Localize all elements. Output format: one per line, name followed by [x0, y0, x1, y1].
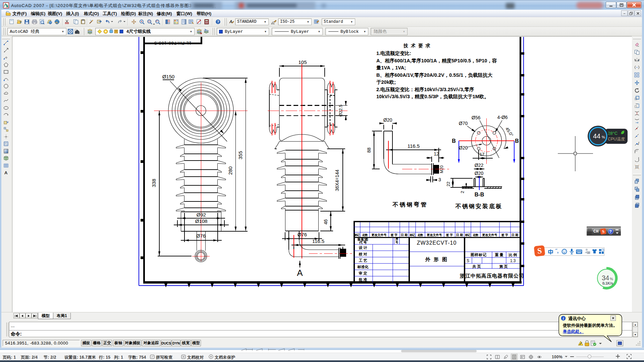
svg-text:签 字: 签 字	[390, 233, 398, 237]
svg-text:4-Ø6: 4-Ø6	[497, 115, 507, 120]
svg-text:重 量: 重 量	[494, 253, 503, 257]
svg-text:技 术 要 求: 技 术 要 求	[403, 43, 431, 48]
svg-text:2: 2	[460, 191, 465, 193]
svg-text:0.1K/s: 0.1K/s	[602, 281, 613, 285]
svg-text:日 期: 日 期	[401, 233, 408, 237]
svg-text:36X4=144: 36X4=144	[334, 170, 340, 191]
svg-text:不锈钢安装底板: 不锈钢安装底板	[455, 203, 502, 209]
svg-text:图样标记: 图样标记	[471, 253, 487, 257]
svg-text:标记: 标记	[410, 233, 416, 237]
svg-text:Ø76: Ø76	[298, 232, 307, 237]
svg-text:116.5: 116.5	[408, 143, 420, 149]
svg-text:2.电压额定变比：相序10kV/√3/3.25V/√3,零序: 2.电压额定变比：相序10kV/√3/3.25V/√3,零序	[376, 87, 474, 92]
svg-text:签 字: 签 字	[446, 233, 453, 237]
svg-text:ZW32ECVT-10: ZW32ECVT-10	[417, 240, 457, 246]
svg-text:批 准: 批 准	[358, 278, 367, 282]
svg-text:更改文件号: 更改文件号	[482, 233, 497, 237]
svg-text:45.0°: 45.0°	[504, 126, 515, 138]
svg-text:比 例: 比 例	[508, 253, 517, 257]
svg-text:338: 338	[151, 179, 157, 187]
svg-text:不锈钢弯管: 不锈钢弯管	[392, 201, 428, 208]
svg-text:共 页: 共 页	[472, 264, 481, 269]
svg-text:A: A	[229, 19, 232, 24]
svg-text:A、相序600/1A,零序100/1A，精度5P10/0.5: A、相序600/1A,零序100/1A，精度5P10/0.5，5P10，容	[376, 58, 497, 63]
svg-text:号: 号	[395, 241, 398, 244]
svg-text:%: %	[610, 277, 613, 281]
svg-text:Ø20: Ø20	[459, 145, 468, 150]
svg-text:更改文件号: 更改文件号	[427, 233, 442, 237]
svg-text:280: 280	[227, 166, 233, 175]
svg-text:1.电流额定变比:: 1.电流额定变比:	[376, 51, 411, 56]
svg-text:Ø70: Ø70	[459, 121, 468, 126]
svg-text:17: 17	[480, 152, 484, 157]
svg-text:116.5: 116.5	[312, 238, 324, 244]
svg-text:10kV/√3/6.5V/3，精度0.5/3P，负载阻抗大于: 10kV/√3/6.5V/3，精度0.5/3P，负载阻抗大于1M欧。	[376, 94, 489, 99]
svg-text:审 定: 审 定	[359, 271, 367, 275]
svg-text:更改文件号: 更改文件号	[372, 233, 387, 237]
svg-text:代 号: 代 号	[359, 241, 367, 244]
svg-text:B: B	[515, 138, 519, 144]
svg-text:B-B: B-B	[475, 192, 484, 197]
svg-text:量1VA，1VA;: 量1VA，1VA;	[376, 65, 406, 70]
svg-text:%: %	[602, 135, 605, 139]
svg-text:处数: 处数	[418, 233, 424, 237]
svg-text:Ø20: Ø20	[383, 117, 392, 123]
svg-text:A: A	[4, 170, 8, 175]
svg-text:46: 46	[323, 219, 328, 225]
svg-text:12: 12	[434, 151, 439, 157]
svg-text:Ø76: Ø76	[196, 233, 206, 239]
svg-text:Ø108: Ø108	[195, 218, 208, 224]
svg-text:标记: 标记	[465, 233, 471, 237]
svg-text:标记: 标记	[354, 233, 360, 237]
svg-text:设 计: 设 计	[359, 246, 367, 250]
svg-text:22: 22	[446, 182, 451, 186]
svg-text:34: 34	[602, 274, 609, 282]
svg-text:?: ?	[217, 20, 219, 24]
svg-text:标准化: 标准化	[357, 265, 369, 269]
svg-text:工 艺: 工 艺	[359, 258, 367, 262]
svg-text:88: 88	[366, 147, 372, 153]
svg-text:处数: 处数	[362, 233, 368, 237]
svg-text:处数: 处数	[473, 233, 479, 237]
svg-text:B: B	[452, 138, 456, 144]
svg-text:1:3: 1:3	[510, 258, 516, 263]
svg-text:校 对: 校 对	[358, 252, 367, 256]
svg-text:B、相序600A/1V,零序20A/0.2V，0.5S/1，: B、相序600A/1V,零序20A/0.2V，0.5S/1，负载阻抗大	[376, 72, 492, 78]
svg-text:Ø56: Ø56	[472, 115, 481, 120]
svg-text:Ø92: Ø92	[197, 212, 206, 218]
svg-text:浙江中拓高压电器有限公司: 浙江中拓高压电器有限公司	[460, 273, 524, 279]
svg-text:105: 105	[298, 59, 307, 65]
svg-text:签 字: 签 字	[501, 233, 508, 237]
svg-text:A: A	[297, 268, 303, 278]
svg-text:355: 355	[237, 151, 243, 159]
svg-text:1L FH.760.103.5: 1L FH.760.103.5	[154, 41, 191, 46]
svg-text:外 形 图: 外 形 图	[425, 256, 448, 262]
svg-text:Ø150: Ø150	[162, 74, 175, 79]
svg-text:16: 16	[587, 252, 590, 254]
svg-text:第 页: 第 页	[499, 264, 507, 268]
svg-text:于20k欧;: 于20k欧;	[376, 79, 396, 85]
svg-text:Ø22: Ø22	[475, 163, 484, 168]
svg-text:3: 3	[438, 177, 441, 182]
svg-text:日 期: 日 期	[512, 233, 519, 237]
svg-text:44: 44	[593, 132, 600, 140]
svg-text:日 期: 日 期	[456, 233, 463, 237]
svg-text:S: S	[467, 258, 469, 263]
svg-text:Ø20: Ø20	[475, 171, 484, 176]
